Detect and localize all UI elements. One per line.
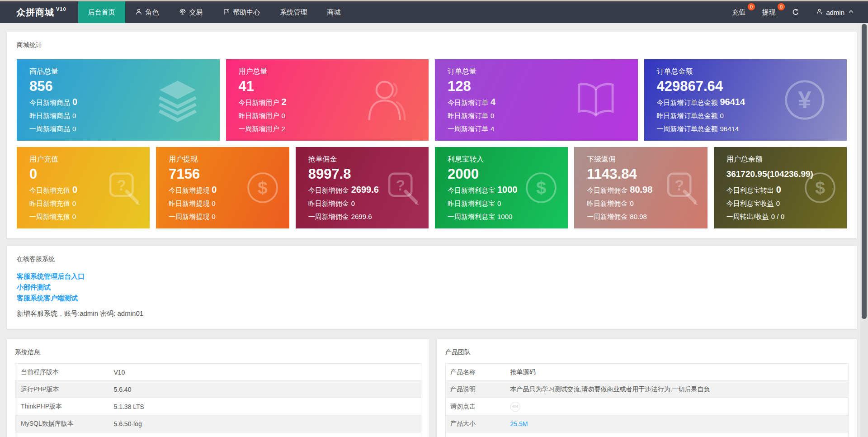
stat-line-label: 昨日新增用户 [239,112,279,119]
recharge-button[interactable]: 充值 0 [732,8,745,17]
service-link-3[interactable]: 客服系统客户端测试 [17,293,78,304]
stats-row-1: 商品总量856今日新增商品0昨日新增商品0一周新增商品0 用户总量41今日新增用… [17,59,847,141]
withdraw-label: 提现 [762,8,775,16]
stat-card-users-total: 用户总量41今日新增用户2昨日新增用户0一周新增用户2 [226,59,429,141]
stat-card-line: 一周新增佣金2699.6 [308,210,429,223]
stat-line-value: 0 [212,213,215,220]
table-row: 运行PHP版本5.6.40 [15,381,421,398]
table-row: 产品名称抢单源码 [446,364,849,381]
stat-card-title: 抢单佣金 [308,155,429,164]
stat-line-label: 昨日新增佣金 [308,200,349,207]
brand-title: 众拼商城 [16,6,54,19]
table-row [15,432,421,437]
stat-line-label: 一周新增提现 [169,213,209,220]
svg-text:$: $ [258,177,268,197]
svg-text:$: $ [815,177,825,197]
user-icon [816,8,823,16]
table-row-value: 抢单源码 [510,364,849,381]
stat-card-line: 一周新增订单4 [448,122,638,135]
stat-line-label: 一周转出/收益 [726,213,769,220]
product-team-tbody: 产品名称抢单源码产品说明本产品只为学习测试交流,请勿要做商业或者用于违法行为,一… [446,364,849,437]
svg-text:?: ? [675,177,684,194]
stat-line-label: 今日利息宝收益 [726,200,774,207]
nav-item-trade[interactable]: 交易 [169,1,213,23]
table-row-label: 请勿点击 [446,398,510,415]
stat-card-user-withdraw: 用户提现7156今日新增提现0昨日新增提现0一周新增提现0 $ [156,147,289,228]
table-row-label: MySQL数据库版本 [15,415,114,432]
stat-card-title: 用户充值 [29,155,150,164]
scrollbar-thumb[interactable] [862,24,867,319]
stat-line-label: 一周新增佣金 [308,213,349,220]
table-row: 请勿点击404 [446,398,849,415]
user-menu[interactable]: admin [816,8,854,16]
stat-card-line: 一周新增订单总金额96414 [657,122,847,135]
table-row-value [114,432,421,437]
recharge-label: 充值 [732,8,745,16]
stat-line-value: 1000 [497,185,518,195]
svg-text:?: ? [396,177,405,194]
stat-line-value: 96414 [720,97,745,107]
system-panel-title: 系统信息 [15,348,421,356]
dollar-icon: $ [244,169,281,206]
service-panel-title: 在线客服系统 [17,255,847,263]
nav-item-label: 后台首页 [88,8,115,17]
yen-icon: ¥ [781,76,829,124]
withdraw-button[interactable]: 提现 0 [762,8,775,17]
stat-line-label: 一周新增利息宝 [448,213,495,220]
stat-line-label: 今日新增佣金 [308,186,349,194]
stat-line-label: 一周新增充值 [29,213,70,220]
stat-line-label: 今日新增商品 [29,99,70,106]
nav-right: 充值 0 提现 0 admin [732,1,854,23]
main-content: 商城统计 商品总量856今日新增商品0昨日新增商品0一周新增商品0 用户总量41… [0,32,868,437]
system-info-table: 当前程序版本V10运行PHP版本5.6.40ThinkPHP版本5.1.38 L… [15,363,421,437]
nav-item-home[interactable]: 后台首页 [78,1,125,23]
stats-row-2: 用户充值0今日新增充值0昨日新增充值0一周新增充值0 ? 用户提现7156今日新… [17,147,847,228]
stat-line-label: 今日新增利息宝 [448,186,495,194]
service-link-1[interactable]: 客服系统管理后台入口 [17,271,85,282]
stat-line-label: 昨日新增利息宝 [448,200,495,207]
stat-card-line: 一周新增用户2 [239,122,429,135]
stat-card-title: 订单总量 [448,67,638,76]
stat-line-value: 0 [351,200,355,207]
dollar-icon: $ [802,169,839,206]
brand-version: V10 [56,6,66,12]
stat-card-user-recharge: 用户充值0今日新增充值0昨日新增充值0一周新增充值0 ? [17,147,150,228]
product-team-table: 产品名称抢单源码产品说明本产品只为学习测试交流,请勿要做商业或者用于违法行为,一… [445,363,849,437]
table-row: ThinkPHP版本5.1.38 LTS [15,398,421,415]
stat-line-label: 昨日新增提现 [169,200,209,207]
nav-item-label: 系统管理 [280,8,307,17]
stat-line-value: 2699.6 [351,185,379,195]
service-link-2[interactable]: 小部件测试 [17,282,51,293]
stat-line-label: 今日新增佣金 [587,186,627,194]
404-badge[interactable]: 404 [510,402,520,412]
table-row-label [15,432,114,437]
stat-line-label: 一周新增订单 [448,125,488,133]
stat-card-title: 下级返佣 [587,155,707,164]
stat-line-label: 一周新增商品 [29,125,70,133]
stat-line-value: 4 [491,125,494,133]
stat-line-value: 0 [212,200,215,207]
roles-icon [135,8,142,17]
stat-line-label: 今日新增订单 [448,99,488,106]
stat-card-sub-rebate: 下级返佣1143.84今日新增佣金80.98昨日新增佣金0一周新增佣金80.98… [574,147,707,228]
nav-item-mall[interactable]: 商城 [317,1,351,23]
table-row: 产品说明本产品只为学习测试交流,请勿要做商业或者用于违法行为,一切后果自负 [446,381,849,398]
stat-line-value: 0 [497,200,501,207]
nav-item-system-manage[interactable]: 系统管理 [270,1,317,23]
stat-card-title: 商品总量 [29,67,220,76]
stat-line-label: 一周新增佣金 [587,213,627,220]
stat-card-order-amount-total: 订单总金额429867.64今日新增订单总金额96414昨日新增订单总金额0一周… [644,59,847,141]
product-size-link[interactable]: 25.5M [510,420,528,428]
refresh-button[interactable] [792,8,800,16]
nav-item-help-center[interactable]: 帮助中心 [213,1,270,23]
stat-line-value: 0 [72,185,77,195]
stat-card-orders-total: 订单总量128今日新增订单4昨日新增订单0一周新增订单4 [435,59,638,141]
table-row-label: 当前程序版本 [15,364,114,381]
nav-item-roles[interactable]: 角色 [125,1,169,23]
nav-item-label: 商城 [327,8,341,17]
nav-item-label: 交易 [189,8,203,17]
scrollbar-track[interactable] [860,23,868,437]
stats-panel-title: 商城统计 [17,41,847,49]
table-row-label: 产品名称 [446,364,510,381]
stat-line-label: 一周新增用户 [239,125,279,133]
